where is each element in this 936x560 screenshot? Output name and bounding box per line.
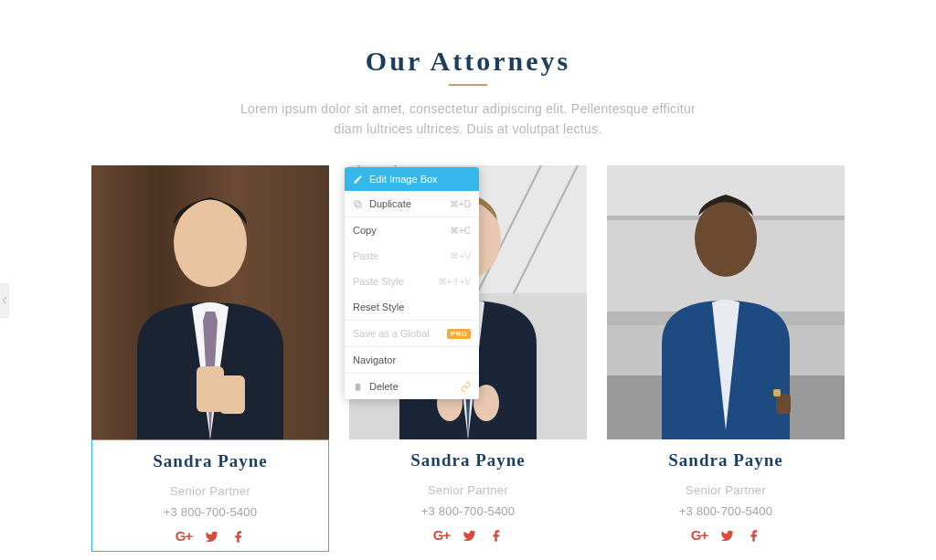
attorney-phone: +3 800-700-5400	[101, 505, 319, 519]
person-illustration	[91, 165, 329, 439]
svg-rect-20	[776, 394, 791, 414]
facebook-icon[interactable]	[747, 527, 760, 544]
ctx-duplicate[interactable]: Duplicate ⌘+D	[345, 191, 479, 217]
pro-badge: PRO	[447, 329, 471, 339]
svg-rect-4	[219, 375, 245, 414]
title-underline	[449, 84, 487, 86]
chevron-left-icon	[2, 296, 7, 305]
google-plus-icon[interactable]: G+	[433, 527, 450, 543]
attorney-role: Senior Partner	[358, 483, 578, 497]
attorney-phone: +3 800-700-5400	[358, 504, 578, 518]
attorney-card[interactable]: Sandra Payne Senior Partner +3 800-700-5…	[607, 165, 845, 553]
svg-rect-23	[355, 200, 360, 206]
google-plus-icon[interactable]: G+	[691, 527, 707, 543]
attorney-name: Sandra Payne	[101, 451, 319, 471]
attorney-role: Senior Partner	[616, 483, 835, 497]
context-menu-header[interactable]: Edit Image Box	[345, 167, 479, 191]
attorney-card[interactable]: Sandra Payne Senior Partner +3 800-700-5…	[91, 165, 329, 553]
attorney-photo[interactable]	[91, 165, 329, 439]
pencil-icon	[353, 174, 363, 185]
ctx-paste: Paste ⌘+V	[345, 243, 479, 269]
attorney-photo[interactable]	[607, 165, 845, 439]
social-links: G+	[358, 527, 578, 544]
ctx-paste-style: Paste Style ⌘+⇧+V	[345, 269, 479, 294]
facebook-icon[interactable]	[231, 528, 245, 544]
svg-point-2	[174, 199, 247, 287]
attorney-info-selected: Sandra Payne Senior Partner +3 800-700-5…	[91, 439, 329, 553]
shortcut-label: ⌘+⇧+V	[438, 277, 471, 287]
attorney-name: Sandra Payne	[358, 450, 578, 470]
ctx-copy[interactable]: Copy ⌘+C	[345, 217, 479, 243]
social-links: G+	[616, 527, 835, 544]
twitter-icon[interactable]	[205, 528, 218, 544]
attorney-info: Sandra Payne Senior Partner +3 800-700-5…	[607, 439, 845, 551]
shortcut-label: ⌘+C	[450, 226, 471, 236]
social-links: G+	[101, 528, 319, 544]
attorney-name: Sandra Payne	[616, 450, 835, 470]
twitter-icon[interactable]	[720, 527, 734, 544]
facebook-icon[interactable]	[489, 527, 503, 544]
shortcut-label: ⌘+D	[450, 199, 471, 209]
ctx-save-global: Save as a Global PRO	[345, 321, 479, 346]
ctx-reset-style[interactable]: Reset Style	[345, 294, 479, 320]
svg-point-19	[695, 200, 757, 277]
ctx-navigator[interactable]: Navigator	[345, 347, 479, 373]
attorney-info: Sandra Payne Senior Partner +3 800-700-5…	[349, 439, 587, 551]
trash-icon	[353, 382, 363, 392]
attorney-phone: +3 800-700-5400	[616, 504, 835, 518]
person-illustration	[607, 165, 845, 439]
svg-rect-21	[773, 389, 781, 396]
shortcut-label: ⌘+V	[450, 251, 471, 261]
link-icon	[461, 382, 471, 392]
attorney-role: Senior Partner	[101, 484, 319, 498]
section-title: Our Attorneys	[91, 46, 845, 77]
ctx-delete[interactable]: Delete	[345, 374, 479, 399]
svg-rect-22	[356, 202, 362, 207]
context-menu-title: Edit Image Box	[369, 174, 438, 185]
side-panel-toggle[interactable]	[0, 283, 9, 318]
context-menu: Edit Image Box Duplicate ⌘+D Copy ⌘+C Pa…	[345, 167, 479, 399]
twitter-icon[interactable]	[463, 527, 476, 544]
section-subtitle: Lorem ipsum dolor sit amet, consectetur …	[239, 99, 697, 140]
google-plus-icon[interactable]: G+	[176, 528, 192, 544]
duplicate-icon	[353, 199, 363, 209]
